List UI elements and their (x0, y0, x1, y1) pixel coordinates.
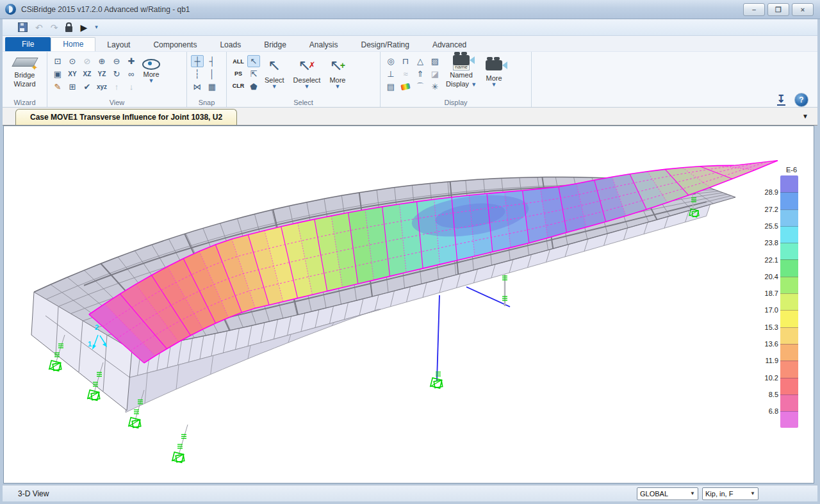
show-joints-icon[interactable]: ◎ (384, 55, 397, 67)
snap-grid-icon[interactable]: ▦ (206, 81, 218, 93)
show-shells-icon[interactable]: △ (414, 55, 427, 67)
legend-exponent-label: E-6 (751, 166, 798, 174)
restore-button[interactable]: ❐ (767, 3, 789, 16)
snap-ends-icon[interactable]: ┤ (206, 55, 218, 67)
legend-color-segment (780, 175, 798, 192)
customize-quick-access-icon[interactable]: ▾ (95, 24, 98, 30)
ribbon-tab-components[interactable]: Components (142, 38, 208, 51)
zoom-extents-icon[interactable]: ⊙ (66, 55, 79, 67)
select-icon-column: ↖⇱⬟ (247, 55, 260, 93)
select-button[interactable]: ↖ Select ▼ (260, 54, 289, 89)
close-button[interactable]: × (792, 3, 814, 16)
save-icon[interactable] (18, 22, 28, 32)
snap-edges-icon[interactable]: │ (206, 68, 218, 80)
undo-icon[interactable]: ↶ (35, 23, 43, 32)
ribbon-tab-layout[interactable]: Layout (95, 38, 142, 51)
legend-color-segment (780, 411, 798, 428)
view-xy-icon[interactable]: XY (66, 68, 79, 80)
chevron-down-icon: ▼ (149, 79, 154, 82)
zoom-previous-icon[interactable]: ⊘ (81, 55, 94, 67)
pan-icon[interactable]: ✚ (125, 55, 138, 67)
named-display-button[interactable]: name Named Display ▼ (441, 54, 481, 89)
move-up-icon[interactable]: ↑ (110, 81, 123, 93)
select-previous-button[interactable]: PS (231, 68, 246, 79)
model-viewport[interactable]: 21 E-628.927.225.523.822.120.418.717.015… (3, 126, 814, 484)
show-loads-icon[interactable]: ⇑ (414, 68, 427, 80)
view-3d-icon[interactable]: ▣ (51, 68, 64, 80)
tab-list-dropdown-icon[interactable]: ▼ (802, 113, 808, 120)
set-limits-icon[interactable]: ⊞ (66, 81, 79, 93)
chevron-down-icon: ▼ (491, 83, 497, 86)
document-tab-strip: Case MOVE1 Transverse Influence for Join… (3, 108, 817, 126)
minimize-button[interactable]: – (743, 3, 765, 16)
display-more-button[interactable]: More ▼ (481, 55, 507, 87)
show-selection-only-icon[interactable]: ✔ (81, 81, 94, 93)
run-analysis-icon[interactable]: ▶ (80, 23, 87, 32)
snap-icon-grid: ┼┤┆│⋈▦ (191, 55, 218, 93)
legend-color-segment (780, 259, 798, 276)
ribbon-tab-loads[interactable]: Loads (208, 38, 252, 51)
snap-points-icon[interactable]: ┼ (191, 55, 204, 67)
minimize-ribbon-icon[interactable]: ↧ (777, 94, 785, 106)
zoom-out-icon[interactable]: ⊖ (110, 55, 123, 67)
bridge-wizard-icon: ✦ (13, 55, 37, 70)
display-icon-grid: ◎⊓△▨⊥≈⇑◪▤⌒✳ (384, 55, 441, 93)
reselect-icon[interactable]: ⇱ (247, 68, 260, 80)
group-label-wizard: Wizard (3, 99, 47, 106)
show-grid-icon[interactable]: ⊥ (384, 68, 397, 80)
select-more-button[interactable]: ↖+ More ▼ (325, 54, 350, 89)
deselect-button[interactable]: ↖✗ Deselect ▼ (289, 54, 325, 89)
legend-color-segment (780, 378, 798, 394)
ribbon-tab-design-rating[interactable]: Design/Rating (350, 38, 421, 51)
redo-icon[interactable]: ↷ (51, 23, 58, 32)
window-title: CSiBridge 2015 v17.2.0 Advanced w/Rating… (21, 5, 190, 14)
legend-tick-label: 20.4 (765, 273, 778, 280)
show-axes-icon[interactable]: xyz (95, 81, 108, 93)
snap-intersections-icon[interactable]: ⋈ (191, 81, 204, 93)
ribbon-tab-advanced[interactable]: Advanced (421, 38, 478, 51)
coordinate-system-dropdown[interactable]: GLOBAL▼ (637, 487, 698, 500)
poly-select-icon[interactable]: ⬟ (247, 81, 260, 93)
legend-tick-label: 6.8 (769, 407, 778, 415)
units-dropdown[interactable]: Kip, in, F▼ (702, 487, 758, 500)
pointer-select-icon[interactable]: ↖ (247, 55, 260, 67)
show-deformed-icon[interactable]: ⌒ (414, 81, 427, 93)
show-misc-icon[interactable]: ▨ (429, 55, 441, 67)
show-frames-icon[interactable]: ⊓ (399, 55, 412, 67)
select-mode-column: ALLPSCLR (231, 56, 246, 91)
lock-icon[interactable] (65, 26, 72, 32)
show-tables-icon[interactable]: ▤ (384, 81, 397, 93)
ribbon-tab-bridge[interactable]: Bridge (252, 38, 298, 51)
select-all-button[interactable]: ALL (231, 56, 246, 67)
ribbon-tab-home[interactable]: Home (51, 37, 95, 51)
group-display: ◎⊓△▨⊥≈⇑◪▤⌒✳ name Named Display ▼ More ▼ … (381, 52, 532, 107)
zoom-window-icon[interactable]: ⊡ (51, 55, 64, 67)
legend-color-segment (780, 243, 798, 259)
view-xz-icon[interactable]: XZ (81, 68, 94, 80)
snap-midpoints-icon[interactable]: ┆ (191, 68, 204, 80)
draw-icon[interactable]: ✎ (51, 81, 64, 93)
show-lanes-icon[interactable]: ≈ (399, 68, 412, 80)
help-button[interactable]: ? (794, 93, 808, 107)
legend-color-segment (780, 361, 798, 377)
legend-color-bar (780, 175, 798, 428)
group-label-select: Select (227, 99, 380, 106)
rotate-view-icon[interactable]: ↻ (110, 68, 123, 80)
video-camera-icon (486, 60, 502, 70)
ribbon-tab-file[interactable]: File (5, 37, 51, 51)
zoom-in-icon[interactable]: ⊕ (95, 55, 108, 67)
svg-text:1: 1 (88, 340, 92, 348)
bridge-wizard-button[interactable]: ✦ Bridge Wizard (8, 54, 42, 89)
legend-color-segment (780, 394, 798, 411)
show-contours-icon[interactable] (399, 81, 412, 93)
show-local-axes-icon[interactable]: ✳ (429, 81, 441, 93)
clear-selection-button[interactable]: CLR (231, 80, 246, 91)
view-yz-icon[interactable]: YZ (95, 68, 108, 80)
move-down-icon[interactable]: ↓ (125, 81, 138, 93)
perspective-icon[interactable]: ∞ (125, 68, 138, 80)
document-tab[interactable]: Case MOVE1 Transverse Influence for Join… (15, 109, 237, 125)
show-solids-icon[interactable]: ◪ (429, 68, 441, 80)
view-more-button[interactable]: More ▼ (138, 58, 165, 83)
ribbon-tab-analysis[interactable]: Analysis (298, 38, 350, 51)
legend-color-segment (780, 344, 798, 361)
